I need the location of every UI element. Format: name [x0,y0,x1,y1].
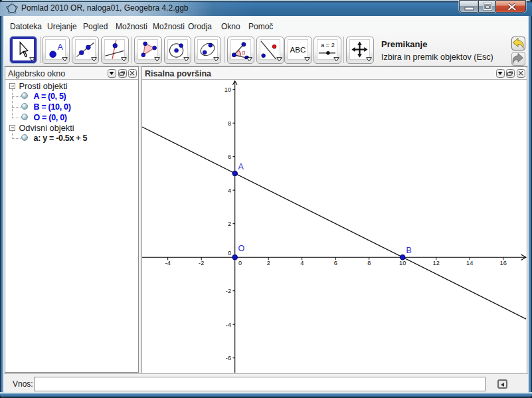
svg-text:10: 10 [399,260,406,266]
svg-text:-6: -6 [226,355,231,361]
svg-text:A: A [238,162,244,171]
svg-text:B: B [406,246,412,255]
svg-text:4: 4 [300,260,304,266]
svg-text:α: α [241,49,245,55]
svg-text:10: 10 [224,86,231,93]
svg-text:ABC: ABC [290,45,306,53]
svg-text:12: 12 [433,260,440,266]
svg-text:0: 0 [238,260,242,266]
svg-text:0: 0 [228,250,231,256]
svg-text:-4: -4 [226,322,231,328]
svg-text:-2: -2 [199,260,204,266]
svg-text:6: 6 [228,153,231,160]
svg-text:-2: -2 [226,288,231,294]
svg-text:4: 4 [228,187,231,194]
svg-text:-4: -4 [165,260,171,266]
svg-text:a = 2: a = 2 [321,41,335,48]
svg-text:16: 16 [500,260,507,266]
svg-text:8: 8 [367,260,371,266]
svg-text:2: 2 [228,221,231,227]
svg-text:14: 14 [466,260,473,266]
svg-text:2: 2 [267,260,270,266]
svg-text:6: 6 [334,260,337,266]
svg-text:A: A [57,43,63,52]
svg-text:O: O [238,244,245,253]
svg-text:8: 8 [228,120,231,127]
